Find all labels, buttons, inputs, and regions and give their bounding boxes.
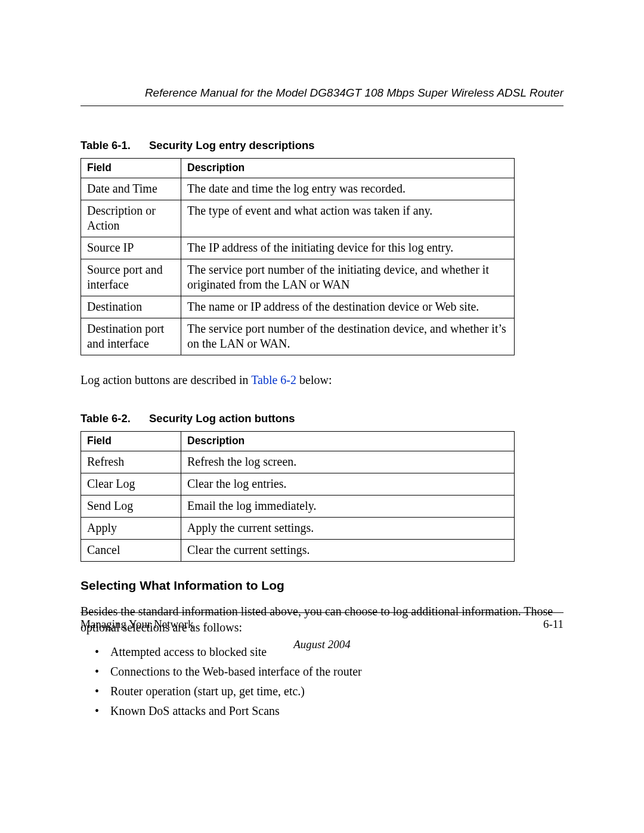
optional-log-list: Attempted access to blocked site Connect… bbox=[80, 645, 564, 718]
list-item: Router operation (start up, get time, et… bbox=[110, 685, 564, 698]
list-item: Known DoS attacks and Port Scans bbox=[110, 704, 564, 718]
table-1-header-description: Description bbox=[181, 159, 515, 178]
footer-section-title: Managing Your Network bbox=[80, 618, 193, 631]
table-cell-field: Clear Log bbox=[81, 473, 181, 496]
table-row: Clear Log Clear the log entries. bbox=[81, 473, 515, 496]
table-1: Field Description Date and Time The date… bbox=[80, 158, 515, 355]
table-row: Date and Time The date and time the log … bbox=[81, 178, 515, 200]
table-6-2-reference-link[interactable]: Table 6-2 bbox=[251, 373, 296, 386]
table-cell-field: Apply bbox=[81, 518, 181, 540]
footer-rule bbox=[80, 612, 564, 613]
table-1-title: Security Log entry descriptions bbox=[149, 139, 315, 151]
list-item: Connections to the Web-based interface o… bbox=[110, 665, 564, 679]
table-cell-description: Refresh the log screen. bbox=[181, 451, 515, 473]
table-1-header-field: Field bbox=[81, 159, 181, 178]
table-cell-field: Destination bbox=[81, 296, 181, 318]
footer-date: August 2004 bbox=[80, 638, 564, 651]
table-2-title: Security Log action buttons bbox=[149, 412, 295, 425]
table-cell-description: The date and time the log entry was reco… bbox=[181, 178, 515, 200]
table-1-number: Table 6-1. bbox=[80, 139, 149, 152]
table-1-header-row: Field Description bbox=[81, 159, 515, 178]
para1-after: below: bbox=[296, 373, 332, 386]
footer-page-number: 6-11 bbox=[543, 618, 564, 631]
table-row: Destination The name or IP address of th… bbox=[81, 296, 515, 318]
table-cell-field: Date and Time bbox=[81, 178, 181, 200]
table-row: Destination port and interface The servi… bbox=[81, 318, 515, 355]
table-cell-field: Destination port and interface bbox=[81, 318, 181, 355]
table-cell-description: The name or IP address of the destinatio… bbox=[181, 296, 515, 318]
table-cell-field: Description or Action bbox=[81, 200, 181, 237]
table-cell-description: The service port number of the destinati… bbox=[181, 318, 515, 355]
table-cell-field: Cancel bbox=[81, 540, 181, 562]
running-header: Reference Manual for the Model DG834GT 1… bbox=[80, 86, 564, 106]
table-row: Apply Apply the current settings. bbox=[81, 518, 515, 540]
table-cell-field: Source IP bbox=[81, 237, 181, 259]
table-cell-field: Send Log bbox=[81, 496, 181, 518]
page-footer: Managing Your Network 6-11 August 2004 bbox=[80, 612, 564, 651]
section-heading: Selecting What Information to Log bbox=[80, 578, 564, 593]
paragraph-log-actions: Log action buttons are described in Tabl… bbox=[80, 372, 564, 388]
table-row: Description or Action The type of event … bbox=[81, 200, 515, 237]
table-cell-description: The service port number of the initiatin… bbox=[181, 259, 515, 296]
table-2-header-row: Field Description bbox=[81, 432, 515, 451]
table-cell-field: Source port and interface bbox=[81, 259, 181, 296]
table-cell-field: Refresh bbox=[81, 451, 181, 473]
table-cell-description: Apply the current settings. bbox=[181, 518, 515, 540]
table-cell-description: The type of event and what action was ta… bbox=[181, 200, 515, 237]
table-1-caption: Table 6-1.Security Log entry description… bbox=[80, 139, 564, 152]
table-row: Source port and interface The service po… bbox=[81, 259, 515, 296]
table-row: Send Log Email the log immediately. bbox=[81, 496, 515, 518]
table-cell-description: Email the log immediately. bbox=[181, 496, 515, 518]
table-2: Field Description Refresh Refresh the lo… bbox=[80, 431, 515, 562]
table-2-number: Table 6-2. bbox=[80, 412, 149, 425]
table-cell-description: Clear the log entries. bbox=[181, 473, 515, 496]
table-2-caption: Table 6-2.Security Log action buttons bbox=[80, 412, 564, 425]
table-row: Source IP The IP address of the initiati… bbox=[81, 237, 515, 259]
table-row: Refresh Refresh the log screen. bbox=[81, 451, 515, 473]
table-cell-description: The IP address of the initiating device … bbox=[181, 237, 515, 259]
table-2-header-field: Field bbox=[81, 432, 181, 451]
table-row: Cancel Clear the current settings. bbox=[81, 540, 515, 562]
document-page: Reference Manual for the Model DG834GT 1… bbox=[0, 0, 644, 833]
para1-before: Log action buttons are described in bbox=[80, 373, 251, 386]
table-cell-description: Clear the current settings. bbox=[181, 540, 515, 562]
table-2-header-description: Description bbox=[181, 432, 515, 451]
